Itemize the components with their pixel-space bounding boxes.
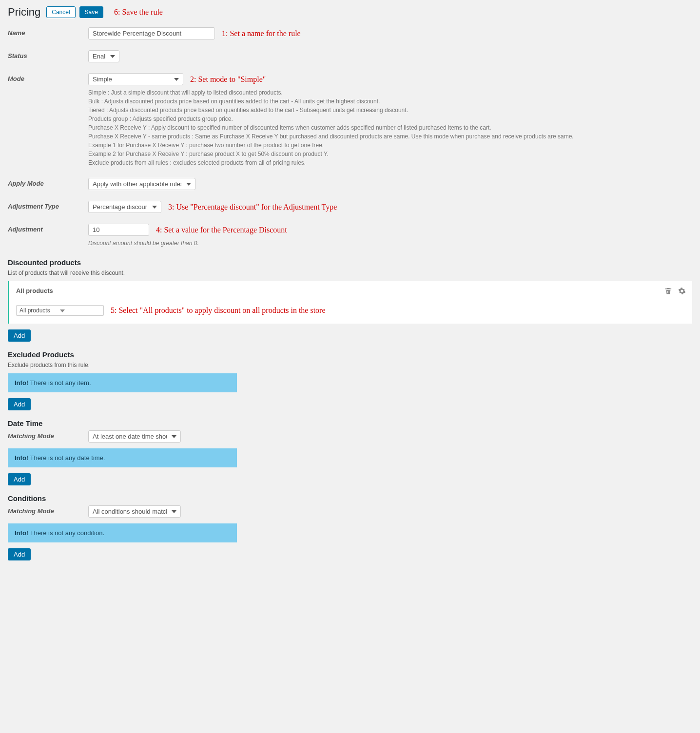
apply-mode-select[interactable]: Apply with other applicable rules [88, 178, 195, 190]
heading-excluded: Excluded Products [8, 350, 692, 359]
annotation-3: 3: Use "Percentage discount" for the Adj… [168, 203, 337, 212]
discounted-panel-body: All products 5: Select "All products" to… [9, 300, 692, 324]
row-cond-matching: Matching Mode All conditions should matc… [8, 505, 692, 518]
discounted-panel: All products All products 5: Select "All… [8, 281, 692, 324]
datetime-info: Info! There is not any date time. [8, 448, 237, 467]
header-row: Pricing Cancel Save 6: Save the rule [8, 6, 692, 19]
trash-icon[interactable] [665, 288, 672, 294]
label-apply-mode: Apply Mode [8, 178, 88, 187]
date-matching-select[interactable]: At least one date time should match [88, 430, 181, 443]
conditions-info: Info! There is not any condition. [8, 523, 237, 542]
label-adjustment: Adjustment [8, 224, 88, 233]
chevron-down-icon [60, 307, 100, 314]
annotation-1: 1: Set a name for the rule [222, 29, 301, 38]
annotation-6: 6: Save the rule [114, 8, 163, 17]
adjustment-help: Discount amount should be greater than 0… [88, 239, 692, 248]
adjustment-type-select[interactable]: Percentage discount [88, 201, 161, 213]
add-datetime-button[interactable]: Add [8, 473, 31, 485]
heading-datetime: Date Time [8, 419, 692, 427]
heading-discounted: Discounted products [8, 258, 692, 267]
annotation-2: 2: Set mode to "Simple" [190, 75, 266, 84]
cond-matching-select[interactable]: All conditions should match [88, 505, 181, 518]
row-mode: Mode Simple 2: Set mode to "Simple" Simp… [8, 73, 692, 167]
heading-conditions: Conditions [8, 494, 692, 502]
row-name: Name 1: Set a name for the rule [8, 27, 692, 39]
row-adjustment: Adjustment 4: Set a value for the Percen… [8, 224, 692, 248]
sub-excluded: Exclude products from this rule. [8, 362, 692, 368]
label-matching-mode-cond: Matching Mode [8, 505, 88, 515]
mode-select[interactable]: Simple [88, 73, 183, 85]
save-button[interactable]: Save [79, 6, 103, 19]
row-apply-mode: Apply Mode Apply with other applicable r… [8, 178, 692, 190]
label-mode: Mode [8, 73, 88, 82]
label-name: Name [8, 27, 88, 37]
cancel-button[interactable]: Cancel [46, 6, 75, 19]
name-input[interactable] [88, 27, 215, 39]
adjustment-input[interactable] [88, 224, 149, 236]
add-excluded-button[interactable]: Add [8, 398, 31, 410]
row-status: Status Enabled [8, 50, 692, 62]
mode-help: Simple : Just a simple discount that wil… [88, 88, 692, 167]
discounted-panel-head: All products [9, 281, 692, 300]
sub-discounted: List of products that will receive this … [8, 270, 692, 276]
add-discounted-button[interactable]: Add [8, 329, 31, 342]
gear-icon[interactable] [679, 288, 685, 294]
annotation-5: 5: Select "All products" to apply discou… [111, 306, 326, 315]
label-adjustment-type: Adjustment Type [8, 201, 88, 210]
add-condition-button[interactable]: Add [8, 548, 31, 560]
row-adjustment-type: Adjustment Type Percentage discount 3: U… [8, 201, 692, 213]
annotation-4: 4: Set a value for the Percentage Discou… [156, 226, 287, 234]
label-status: Status [8, 50, 88, 59]
page-title: Pricing [8, 6, 40, 19]
label-matching-mode-date: Matching Mode [8, 430, 88, 440]
excluded-info: Info! There is not any item. [8, 373, 237, 392]
all-products-combo[interactable]: All products [16, 305, 104, 316]
row-date-matching: Matching Mode At least one date time sho… [8, 430, 692, 443]
discounted-panel-title: All products [16, 287, 665, 294]
status-select[interactable]: Enabled [88, 50, 119, 62]
